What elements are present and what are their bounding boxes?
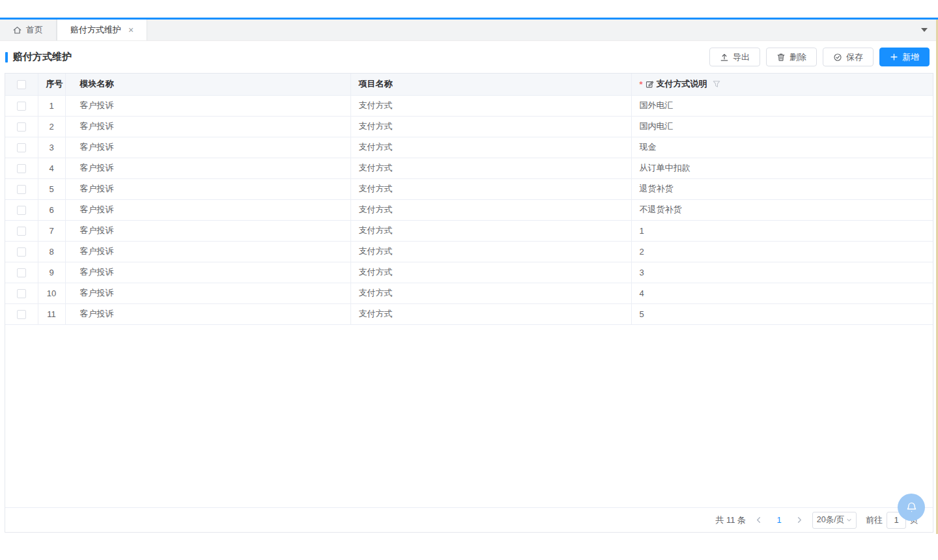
tab-options-caret-icon[interactable] — [921, 28, 928, 32]
cell-module: 客户投诉 — [65, 199, 350, 220]
chevron-down-icon — [846, 517, 852, 523]
cell-index: 6 — [38, 199, 65, 220]
cell-index: 2 — [38, 116, 65, 137]
cell-payment-desc[interactable]: 国外电汇 — [631, 95, 933, 116]
cell-payment-desc[interactable]: 5 — [631, 303, 933, 324]
table-row: 9 客户投诉 支付方式 3 — [5, 262, 933, 283]
row-checkbox-cell — [5, 283, 38, 303]
table-panel: 序号 模块名称 项目名称 * 支付方式说明 — [5, 73, 933, 533]
row-checkbox[interactable] — [17, 122, 26, 132]
column-header-payment-desc: * 支付方式说明 — [631, 74, 933, 95]
row-checkbox[interactable] — [17, 164, 26, 173]
cell-project: 支付方式 — [350, 283, 631, 303]
cell-project: 支付方式 — [350, 262, 631, 283]
cell-payment-desc[interactable]: 3 — [631, 262, 933, 283]
cell-module: 客户投诉 — [65, 137, 350, 158]
cell-module: 客户投诉 — [65, 116, 350, 137]
row-checkbox[interactable] — [17, 289, 26, 298]
row-checkbox-cell — [5, 95, 38, 116]
tab-close-icon[interactable]: × — [128, 25, 134, 35]
cell-payment-desc[interactable]: 2 — [631, 241, 933, 262]
data-table: 序号 模块名称 项目名称 * 支付方式说明 — [5, 74, 933, 325]
cell-index: 8 — [38, 241, 65, 262]
row-checkbox-cell — [5, 158, 38, 178]
home-icon — [13, 26, 21, 35]
row-checkbox-cell — [5, 137, 38, 158]
page-number-current[interactable]: 1 — [771, 515, 787, 525]
table-row: 6 客户投诉 支付方式 不退货补货 — [5, 199, 933, 220]
cell-payment-desc[interactable]: 不退货补货 — [631, 199, 933, 220]
table-row: 7 客户投诉 支付方式 1 — [5, 220, 933, 241]
cell-project: 支付方式 — [350, 178, 631, 199]
cell-project: 支付方式 — [350, 116, 631, 137]
row-checkbox-cell — [5, 303, 38, 324]
table-row: 4 客户投诉 支付方式 从订单中扣款 — [5, 158, 933, 178]
filter-icon[interactable] — [713, 80, 720, 88]
delete-button[interactable]: 删除 — [766, 48, 817, 66]
table-body: 1 客户投诉 支付方式 国外电汇 2 客户投诉 支付方式 国内电汇 3 客户投诉… — [5, 95, 933, 324]
edit-icon — [646, 80, 654, 89]
title-accent-bar — [5, 52, 8, 63]
row-checkbox[interactable] — [17, 143, 26, 152]
add-button[interactable]: 新增 — [879, 48, 930, 66]
cell-index: 5 — [38, 178, 65, 199]
table-row: 3 客户投诉 支付方式 现金 — [5, 137, 933, 158]
cell-payment-desc[interactable]: 国内电汇 — [631, 116, 933, 137]
row-checkbox-cell — [5, 199, 38, 220]
goto-label: 前往 — [866, 514, 883, 526]
check-circle-icon — [833, 53, 842, 62]
cell-payment-desc[interactable]: 1 — [631, 220, 933, 241]
required-mark: * — [640, 79, 643, 89]
cell-module: 客户投诉 — [65, 283, 350, 303]
row-checkbox-cell — [5, 262, 38, 283]
cell-payment-desc[interactable]: 4 — [631, 283, 933, 303]
plus-icon — [890, 53, 898, 61]
page-size-select[interactable]: 20条/页 — [812, 512, 857, 529]
cell-module: 客户投诉 — [65, 220, 350, 241]
row-checkbox[interactable] — [17, 310, 26, 319]
prev-page-icon[interactable] — [755, 516, 762, 524]
table-empty-area — [5, 325, 933, 508]
select-all-header-cell — [5, 74, 38, 95]
cell-project: 支付方式 — [350, 241, 631, 262]
save-button[interactable]: 保存 — [823, 48, 874, 66]
cell-index: 7 — [38, 220, 65, 241]
cell-module: 客户投诉 — [65, 95, 350, 116]
row-checkbox-cell — [5, 116, 38, 137]
row-checkbox[interactable] — [17, 185, 26, 194]
cell-module: 客户投诉 — [65, 303, 350, 324]
export-button[interactable]: 导出 — [709, 48, 760, 66]
row-checkbox-cell — [5, 220, 38, 241]
cell-payment-desc[interactable]: 现金 — [631, 137, 933, 158]
row-checkbox[interactable] — [17, 206, 26, 215]
cell-payment-desc[interactable]: 退货补货 — [631, 178, 933, 199]
column-header-project: 项目名称 — [350, 74, 631, 95]
next-page-icon[interactable] — [796, 516, 803, 524]
pagination-bar: 共 11 条 1 20条/页 前往 页 — [5, 507, 933, 532]
cell-module: 客户投诉 — [65, 158, 350, 178]
table-row: 5 客户投诉 支付方式 退货补货 — [5, 178, 933, 199]
cell-module: 客户投诉 — [65, 178, 350, 199]
toolbar: 导出 删除 保存 新增 — [709, 48, 930, 66]
tab-current-label: 赔付方式维护 — [70, 24, 121, 36]
table-row: 8 客户投诉 支付方式 2 — [5, 241, 933, 262]
select-all-checkbox[interactable] — [17, 80, 26, 89]
row-checkbox[interactable] — [17, 247, 26, 257]
cell-payment-desc[interactable]: 从订单中扣款 — [631, 158, 933, 178]
cell-index: 9 — [38, 262, 65, 283]
cell-index: 4 — [38, 158, 65, 178]
trash-icon — [776, 53, 786, 62]
row-checkbox[interactable] — [17, 102, 26, 111]
export-icon — [720, 53, 729, 62]
column-header-module: 模块名称 — [65, 74, 350, 95]
cell-index: 11 — [38, 303, 65, 324]
tab-current-page[interactable]: 赔付方式维护 × — [57, 20, 147, 40]
tab-home-label: 首页 — [26, 24, 43, 36]
notification-bell-button[interactable] — [898, 494, 925, 521]
cell-index: 10 — [38, 283, 65, 303]
tab-home[interactable]: 首页 — [0, 20, 57, 40]
cell-project: 支付方式 — [350, 220, 631, 241]
top-whitespace — [0, 0, 938, 18]
row-checkbox[interactable] — [17, 227, 26, 236]
row-checkbox[interactable] — [17, 268, 26, 277]
